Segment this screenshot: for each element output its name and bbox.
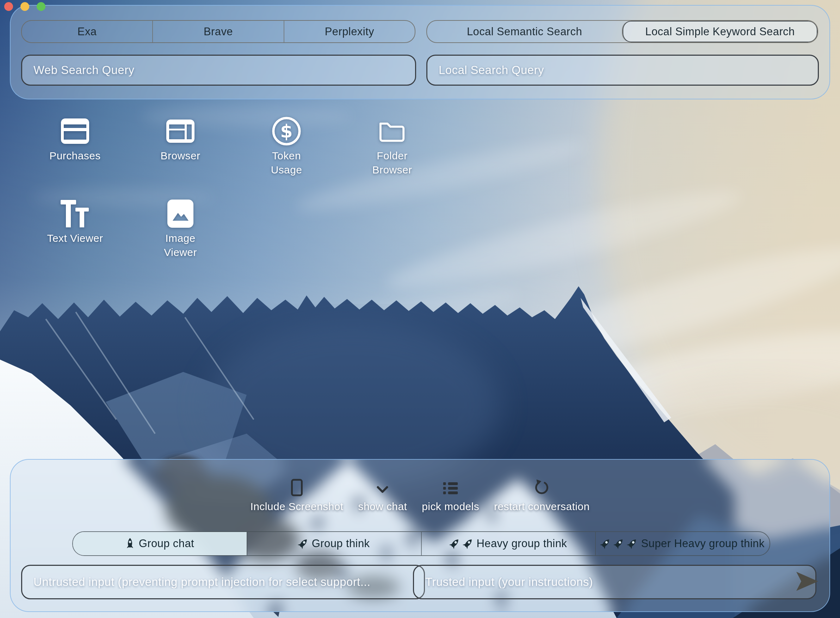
tab-group-chat[interactable]: Group chat [73,532,247,555]
pick-models-button[interactable]: pick models [422,479,479,513]
icon-label: Folder Browser [361,149,423,177]
show-chat-button[interactable]: show chat [359,479,407,513]
window-controls [4,2,46,11]
dollar-circle-icon: $ [255,116,317,147]
rocket-icon [612,536,626,551]
tab-brave[interactable]: Brave [152,21,283,42]
image-mountain-icon [150,198,212,229]
trusted-input[interactable] [413,565,816,599]
rocket-icon [461,536,475,551]
toolbar-label: pick models [422,501,479,513]
chat-toolbar: Include Screenshot show chat pick models [250,479,590,513]
icon-label: Token Usage [255,149,317,177]
tab-heavy-group-think[interactable]: Heavy group think [421,532,596,555]
rocket-icon [296,536,310,551]
icon-label: Image Viewer [150,231,212,260]
minimize-button[interactable] [21,2,29,11]
icon-label: Text Viewer [44,231,106,245]
rocket-icon [598,536,613,551]
web-search-input[interactable] [21,55,416,86]
text-Tt-icon [44,198,106,229]
mode-tab-label: Super Heavy group think [641,537,764,550]
browser-window-icon [150,116,212,147]
tab-local-semantic-search[interactable]: Local Semantic Search [427,21,622,42]
chevron-down-icon [376,479,389,496]
tab-super-heavy-group-think[interactable]: Super Heavy group think [595,532,769,555]
tab-group-think[interactable]: Group think [247,532,421,555]
tab-local-simple-keyword-search[interactable]: Local Simple Keyword Search [622,21,818,42]
svg-text:$: $ [280,121,293,142]
list-icon [443,479,458,496]
untrusted-input[interactable] [21,565,425,599]
rocket-icon [625,536,640,551]
local-search-tabs: Local Semantic Search Local Simple Keywo… [426,20,818,43]
toolbar-label: Include Screenshot [250,501,344,513]
tab-perplexity[interactable]: Perplexity [284,21,415,42]
folder-icon [361,116,423,147]
toolbar-label: show chat [359,501,407,513]
restart-icon [534,479,550,496]
desktop-icon-browser[interactable]: Browser [150,116,212,163]
send-button[interactable] [796,572,819,591]
chat-mode-tabs: Group chat Group think Heavy group think [72,531,770,556]
close-button[interactable] [4,2,13,11]
desktop-icon-purchases[interactable]: Purchases [44,116,106,163]
tab-exa[interactable]: Exa [22,21,152,42]
mode-tab-label: Group think [312,537,370,550]
icon-label: Browser [150,149,212,163]
restart-conversation-button[interactable]: restart conversation [494,479,590,513]
toolbar-label: restart conversation [494,501,590,513]
local-search-input[interactable] [426,55,819,86]
desktop-icon-image-viewer[interactable]: Image Viewer [150,198,212,260]
web-search-tabs: Exa Brave Perplexity [21,20,415,43]
desktop-icon-text-viewer[interactable]: Text Viewer [44,198,106,245]
zoom-button[interactable] [37,2,46,11]
desktop-icon-folder-browser[interactable]: Folder Browser [361,116,423,177]
screenshot-frame-icon [291,479,304,496]
send-arrow-icon [796,572,819,591]
desktop-icon-token-usage[interactable]: $ Token Usage [255,116,317,177]
include-screenshot-button[interactable]: Include Screenshot [250,479,344,513]
credit-card-icon [44,116,106,147]
icon-label: Purchases [44,149,106,163]
rocket-icon [126,538,135,549]
rocket-icon [447,536,462,551]
mode-tab-label: Group chat [139,537,194,550]
mode-tab-label: Heavy group think [477,537,567,550]
app-window: Exa Brave Perplexity Local Semantic Sear… [0,0,840,618]
